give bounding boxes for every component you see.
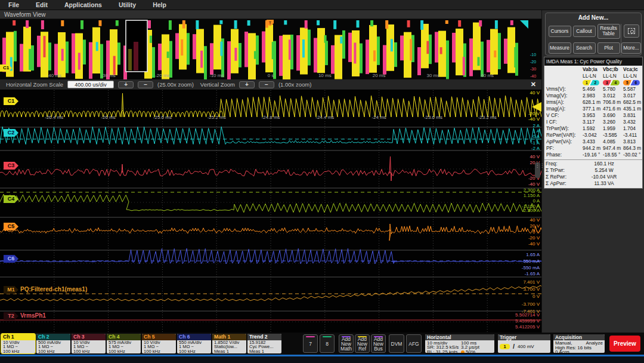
overview-time-label: 40 ms [481, 73, 494, 78]
meas-value: 944.2 m [583, 145, 603, 152]
badge-ch1[interactable]: Ch 110 V/div1 MΩ ~100 kHz [1, 334, 35, 353]
overview-burst [83, 39, 86, 64]
measure-button[interactable]: Measure [549, 42, 571, 54]
close-icon[interactable]: ✕ [531, 81, 536, 88]
horizontal-cell: RL: 31.25 kpts [427, 350, 461, 353]
scale-label-t2: 5.459959 V [505, 319, 540, 324]
overview-dim-trace [134, 42, 138, 70]
measurement-results-table[interactable]: IMDA Meas 1: Cyc Power Quality Vab;IaVbc… [544, 57, 643, 189]
button-label: 8 [326, 342, 329, 346]
pair-num: 2 [594, 80, 596, 85]
menu-applications[interactable]: Applications [64, 1, 102, 8]
overview-burst [360, 44, 363, 73]
badge-body: 550 mA/div1 MΩ ~100 kHz [177, 340, 211, 353]
vertical-zoom-plus-button[interactable]: + [239, 81, 255, 88]
overview-burst [385, 20, 388, 29]
search-button[interactable]: Search [573, 42, 596, 54]
horizontal-panel-title: Horizontal [425, 334, 494, 340]
scale-label-c5: 40 V [505, 218, 540, 223]
preview-button[interactable]: Preview [609, 336, 640, 352]
pair-num: 6 [634, 80, 637, 85]
scale-label-c2: 2 A [505, 124, 540, 128]
more-button[interactable]: More... [621, 42, 641, 54]
acquisition-panel-body: Manual,Analyze High Res: 16 bits 0 Acqs [553, 340, 605, 353]
overview-burst [196, 20, 199, 29]
overview-waveform-svg: T-10-20-30-40-40 ms-30 ms-20 ms-10 ms0 s… [0, 19, 541, 79]
add-new-divider [621, 24, 621, 55]
meas-pair [546, 79, 583, 86]
overview-burst [256, 35, 259, 64]
meas-col-header: Vca;Ic [623, 66, 643, 73]
overview-burst [113, 56, 116, 75]
afg-button[interactable]: AFG [406, 334, 422, 353]
digital-channel-7-button[interactable]: 7 [303, 334, 318, 353]
horizontal-zoom-scale-input[interactable]: 400.00 us/div [67, 81, 114, 88]
vertical-zoom-minus-button[interactable]: − [259, 81, 274, 88]
meas-col-header: Vab;Ia [583, 66, 603, 73]
panel-drag-handle[interactable]: ⋮⋮ [535, 162, 540, 178]
overview-burst [463, 57, 465, 75]
horizontal-zoom-minus-button[interactable]: − [138, 81, 153, 88]
bottom-filler [0, 356, 644, 363]
overview-burst [210, 43, 213, 75]
meas-summary-value: 5.254 W [583, 167, 642, 174]
overview-burst [369, 25, 377, 73]
add-new-ref-button[interactable]: AddNewRef [355, 334, 370, 353]
badge-ch3[interactable]: Ch 310 V/div1 MΩ ~100 kHz [72, 334, 106, 353]
menu-help[interactable]: Help [153, 1, 166, 8]
cursors-button[interactable]: Cursors [549, 26, 571, 37]
digital-channel-8-button[interactable]: 8 [320, 334, 335, 353]
badge-math1[interactable]: Math 11.8502 V/divStatic(low...Meas 1 [212, 334, 246, 353]
meas-row-label: Phase: [546, 152, 583, 158]
overview-burst [333, 20, 336, 29]
overview-burst [308, 30, 311, 66]
badge-trend2[interactable]: Trend 215.9182Cyc Powe...Meas 1 [247, 334, 281, 353]
overview-burst [48, 42, 51, 70]
pair-num: 5 [626, 80, 628, 85]
badge-ch5[interactable]: Ch 510 V/div1 MΩ ~100 kHz [142, 334, 176, 353]
measurement-grid: Vab;IaVbc;IbVca;IcLL-LNLL-LNLL-LN123456V… [544, 66, 642, 159]
meas-row-label: Vmag(V): [546, 93, 583, 99]
menu-edit[interactable]: Edit [36, 1, 48, 8]
badge-body: 10 V/div1 MΩ ~100 kHz [72, 340, 106, 353]
horizontal-panel[interactable]: Horizontal 10 ms/div100 msSR: 312.5 kS/s… [425, 334, 494, 353]
overview-time-label: 30 ms [427, 73, 440, 78]
overview-burst [317, 20, 320, 25]
overview-burst [340, 36, 342, 44]
trigger-panel-body: 1 / 400 mV [498, 342, 550, 350]
meas-row-label: RePwr(VAR): [546, 132, 583, 139]
results-table-button[interactable]: Results Table [597, 24, 620, 39]
trigger-flag-letter: T [269, 21, 272, 25]
trend2-trace-label: VrmsPh1 [20, 312, 46, 319]
add-new-math-button[interactable]: AddNewMath [339, 334, 354, 353]
meas-value: 3.953 [583, 112, 603, 119]
overview-waveform-panel[interactable]: T-10-20-30-40-40 ms-30 ms-20 ms-10 ms0 s… [0, 19, 541, 79]
badge-row: 100 kHz [73, 349, 106, 353]
plot-button[interactable]: Plot [597, 42, 620, 54]
acquisition-panel[interactable]: Acquisition Manual,Analyze High Res: 16 … [553, 334, 605, 353]
badge-ch2[interactable]: Ch 2500 mA/div1 MΩ ~100 kHz [36, 334, 70, 353]
add-new-bus-button[interactable]: AddNewBus [371, 334, 386, 353]
dvm-button[interactable]: DVM [389, 334, 404, 353]
menu-file[interactable]: File [8, 1, 19, 8]
main-time-label: -25.2 ms [208, 115, 226, 120]
main-waveform-panel[interactable]: -26.4 ms-26 ms-25.6 ms-25.2 ms-24.8 ms-2… [0, 90, 541, 333]
waveform-view-tab[interactable]: Waveform View [0, 10, 541, 19]
badge-row: Meas 1 [214, 349, 246, 353]
overview-burst [440, 47, 442, 54]
horizontal-zoom-value: (25.00x zoom) [157, 81, 194, 88]
zoom-select-button[interactable] [624, 24, 639, 38]
menu-utility[interactable]: Utility [119, 1, 136, 8]
callout-button[interactable]: Callout [573, 26, 596, 37]
overview-burst [167, 51, 169, 58]
overview-burst [117, 42, 120, 64]
horizontal-zoom-plus-button[interactable]: + [118, 81, 134, 88]
overview-burst [354, 43, 356, 64]
badge-row: 100 kHz [109, 349, 141, 353]
meas-col-sub: LL-LN [583, 73, 603, 79]
meas-summary-value: 160.1 Hz [583, 161, 642, 167]
overview-burst [417, 47, 421, 75]
trigger-panel[interactable]: Trigger 1 / 400 mV [498, 334, 550, 353]
badge-ch4[interactable]: Ch 4575 mA/div1 MΩ ~100 kHz [107, 334, 141, 353]
badge-ch6[interactable]: Ch 6550 mA/div1 MΩ ~100 kHz [177, 334, 211, 353]
